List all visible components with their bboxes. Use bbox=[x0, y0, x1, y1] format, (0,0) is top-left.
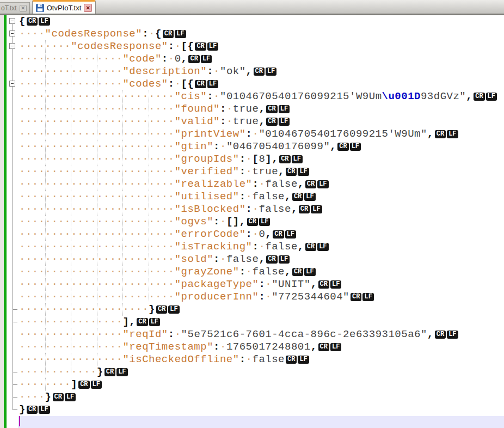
editor-line: ························"grayZone":·fals… bbox=[7, 266, 504, 278]
editor-line: ························"packageType":·"… bbox=[7, 278, 504, 291]
code-line bbox=[18, 416, 504, 428]
tab-bar: oT.txt ✕ OtvPIoT.txt ✕ bbox=[0, 0, 504, 14]
editor-line: ····················}CRLF bbox=[7, 303, 504, 316]
eol-badge: CR bbox=[195, 80, 206, 88]
eol-badge: LF bbox=[304, 193, 315, 201]
eol-badge: CR bbox=[292, 268, 303, 276]
eol-badge: CR bbox=[137, 318, 147, 326]
eol-badge: CR bbox=[27, 17, 38, 26]
code-line: {CRLF bbox=[18, 15, 504, 28]
fold-margin bbox=[7, 166, 18, 178]
editor-line: ········"codesResponse":·[{CRLF bbox=[7, 40, 504, 53]
code-line: ················"codes":·[{CRLF bbox=[18, 78, 504, 90]
editor-line: ························"isTracking":·fa… bbox=[7, 241, 504, 253]
code-line: ················"reqTimestamp":·17650172… bbox=[18, 341, 504, 353]
eol-badge: CR bbox=[105, 368, 115, 376]
eol-badge: CR bbox=[305, 180, 316, 188]
eol-badge: CR bbox=[53, 393, 64, 401]
eol-badge: LF bbox=[362, 293, 373, 301]
code-line: ························"gtin":·"0467054… bbox=[18, 140, 504, 153]
eol-badge: LF bbox=[317, 243, 328, 251]
eol-badge: LF bbox=[116, 368, 127, 376]
code-line: ························"valid":·true,CR… bbox=[18, 115, 504, 128]
editor-line: ················"code":·0,CRLF bbox=[7, 53, 504, 65]
eol-badge: CR bbox=[292, 193, 303, 201]
eol-badge: CR bbox=[273, 230, 284, 239]
change-history-bar bbox=[4, 15, 7, 428]
fold-margin bbox=[7, 353, 18, 366]
eol-badge: CR bbox=[163, 30, 174, 38]
eol-badge: LF bbox=[279, 105, 290, 113]
eol-badge: LF bbox=[447, 130, 458, 138]
tab-active-file[interactable]: OtvPIoT.txt ✕ bbox=[32, 0, 96, 14]
fold-margin bbox=[7, 416, 18, 428]
editor-line: ························"errorCode":·0,C… bbox=[7, 228, 504, 241]
code-line: ····················}CRLF bbox=[18, 303, 504, 316]
fold-marker[interactable] bbox=[7, 28, 18, 40]
code-line: ························"realizable":·fa… bbox=[18, 178, 504, 191]
fold-marker[interactable] bbox=[7, 40, 18, 53]
code-line: ························"found":·true,CR… bbox=[18, 103, 504, 115]
editor-line: {CRLF bbox=[7, 15, 504, 28]
code-line: ························"cis":·"01046705… bbox=[18, 90, 504, 103]
editor-line: ························"verified":·true… bbox=[7, 166, 504, 178]
code-line: ························"groupIds":·[8],… bbox=[18, 153, 504, 166]
fold-margin bbox=[7, 178, 18, 191]
fold-margin bbox=[7, 103, 18, 115]
eol-badge: CR bbox=[337, 143, 348, 151]
code-line: ················],CRLF bbox=[18, 316, 504, 328]
fold-margin bbox=[7, 391, 18, 403]
eol-badge: CR bbox=[286, 356, 297, 364]
editor-line: ························"gtin":·"0467054… bbox=[7, 140, 504, 153]
code-line: ························"grayZone":·fals… bbox=[18, 266, 504, 278]
eol-badge: LF bbox=[311, 205, 322, 213]
code-line: ························"errorCode":·0,C… bbox=[18, 228, 504, 241]
code-line: ················"code":·0,CRLF bbox=[18, 53, 504, 65]
eol-badge: LF bbox=[266, 68, 276, 76]
fold-margin bbox=[7, 90, 18, 103]
eol-badge: CR bbox=[247, 218, 258, 226]
eol-badge: LF bbox=[350, 143, 361, 151]
editor-line: ················"codes":·[{CRLF bbox=[7, 78, 504, 90]
fold-margin bbox=[7, 341, 18, 353]
bookmark-margin[interactable] bbox=[0, 15, 4, 428]
code-line: ························"isBlocked":·fal… bbox=[18, 203, 504, 216]
eol-badge: CR bbox=[435, 130, 446, 138]
fold-marker[interactable] bbox=[7, 15, 18, 28]
editor-line: ················],CRLF bbox=[7, 316, 504, 328]
fold-marker[interactable] bbox=[7, 78, 18, 90]
eol-badge: LF bbox=[298, 356, 309, 364]
eol-badge: LF bbox=[91, 381, 102, 389]
close-icon[interactable]: ✕ bbox=[84, 4, 92, 12]
code-line: ············}CRLF bbox=[18, 366, 504, 378]
eol-badge: LF bbox=[39, 17, 50, 26]
close-icon[interactable]: ✕ bbox=[20, 5, 27, 12]
code-line: ························"sold":·false,CR… bbox=[18, 253, 504, 266]
eol-badge: CR bbox=[279, 155, 290, 163]
fold-margin bbox=[7, 53, 18, 65]
eol-badge: CR bbox=[435, 331, 446, 339]
editor-lines: {CRLF····"codesResponse":·{CRLF········"… bbox=[7, 15, 504, 428]
fold-margin bbox=[7, 278, 18, 291]
fold-margin bbox=[7, 366, 18, 378]
eol-badge: CR bbox=[254, 68, 265, 76]
tab-inactive-file[interactable]: oT.txt ✕ bbox=[0, 2, 30, 14]
eol-badge: CR bbox=[305, 243, 316, 251]
eol-badge: LF bbox=[298, 168, 309, 176]
code-line: ························"producerInn":·"… bbox=[18, 291, 504, 303]
code-line: }CRLF bbox=[18, 403, 504, 416]
code-line: ························"packageType":·"… bbox=[18, 278, 504, 291]
editor-line: ················"description":·"ok",CRLF bbox=[7, 65, 504, 78]
eol-badge: LF bbox=[330, 343, 341, 351]
code-line: ····"codesResponse":·{CRLF bbox=[18, 28, 504, 40]
eol-badge: CR bbox=[27, 406, 38, 414]
editor-line: ················"reqTimestamp":·17650172… bbox=[7, 341, 504, 353]
editor-line: ············}CRLF bbox=[7, 366, 504, 378]
fold-margin bbox=[7, 203, 18, 216]
code-line: ····}CRLF bbox=[18, 391, 504, 403]
editor[interactable]: {CRLF····"codesResponse":·{CRLF········"… bbox=[0, 15, 504, 428]
eol-badge: LF bbox=[39, 406, 50, 414]
eol-badge: CR bbox=[78, 381, 89, 389]
editor-line: ········]CRLF bbox=[7, 378, 504, 391]
eol-badge: CR bbox=[188, 55, 199, 63]
